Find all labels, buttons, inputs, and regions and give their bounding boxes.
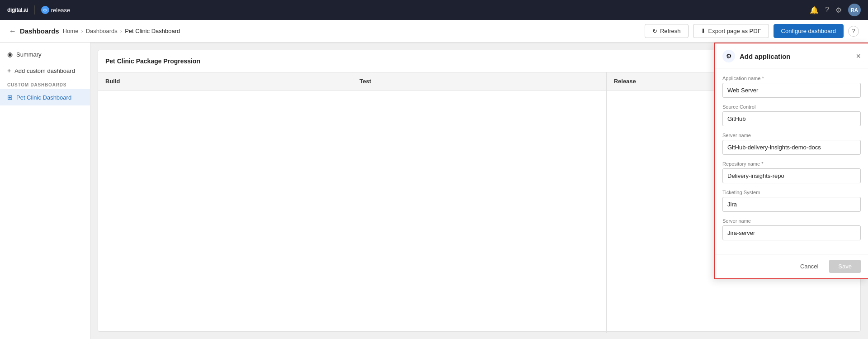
breadcrumb: Home › Dashboards › Pet Clinic Dashboard <box>63 28 180 34</box>
breadcrumb-current: Pet Clinic Dashboard <box>125 28 180 34</box>
form-group-server-name: Server name <box>722 133 861 155</box>
stage-build-header: Build <box>98 72 352 91</box>
repo-name-label: Repository name * <box>722 161 861 167</box>
configure-dashboard-button[interactable]: Configure dashboard <box>774 24 844 38</box>
pet-clinic-label: Pet Clinic Dashboard <box>16 94 71 101</box>
add-application-panel: ⚙ Add application × Application name * S… <box>714 43 868 279</box>
settings-icon[interactable]: ⚙ <box>835 6 842 14</box>
source-control-label: Source Control <box>722 104 861 110</box>
breadcrumb-dashboards[interactable]: Dashboards <box>86 28 118 34</box>
topbar: digital.ai ⚙ release 🔔 ? ⚙ RA <box>0 0 868 20</box>
release-text: release <box>51 7 71 14</box>
dai-logo: digital.ai <box>7 7 28 13</box>
add-dashboard-label: Add custom dashboard <box>14 67 75 74</box>
configure-label: Configure dashboard <box>781 28 836 34</box>
stage-build: Build <box>98 72 352 333</box>
add-app-title-row: ⚙ Add application <box>722 50 791 62</box>
refresh-button[interactable]: ↻ Refresh <box>645 24 689 38</box>
breadcrumb-home[interactable]: Home <box>63 28 79 34</box>
panel-title: Pet Clinic Package Progression <box>105 57 200 65</box>
stage-test: Test <box>352 72 606 333</box>
jira-server-label: Server name <box>722 218 861 224</box>
main-layout: ◉ Summary + Add custom dashboard CUSTOM … <box>0 43 868 339</box>
subheader-left: ← Dashboards Home › Dashboards › Pet Cli… <box>9 27 180 35</box>
release-brand: ⚙ release <box>41 6 71 14</box>
add-app-header: ⚙ Add application × <box>715 43 868 68</box>
ticketing-input[interactable] <box>722 197 861 212</box>
page-title: Dashboards <box>20 27 59 35</box>
summary-icon: ◉ <box>7 51 13 58</box>
form-group-repo-name: Repository name * <box>722 161 861 183</box>
export-icon: ⬇ <box>701 28 706 34</box>
add-app-title: Add application <box>740 53 791 60</box>
app-name-label: Application name * <box>722 76 861 81</box>
cancel-button[interactable]: Cancel <box>794 260 825 273</box>
brand-divider <box>34 5 35 14</box>
repo-name-input[interactable] <box>722 168 861 183</box>
breadcrumb-sep2: › <box>120 28 122 34</box>
save-button[interactable]: Save <box>829 260 861 273</box>
stage-test-header: Test <box>352 72 606 91</box>
summary-label: Summary <box>16 51 42 58</box>
add-app-body: Application name * Source Control Server… <box>715 68 868 254</box>
server-name-label: Server name <box>722 133 861 138</box>
release-icon: ⚙ <box>41 6 49 14</box>
sidebar-item-summary[interactable]: ◉ Summary <box>0 46 90 62</box>
page-help-button[interactable]: ? <box>848 26 859 37</box>
subheader-right: ↻ Refresh ⬇ Export page as PDF Configure… <box>645 24 859 38</box>
source-control-input[interactable] <box>722 111 861 126</box>
sidebar-item-add-dashboard[interactable]: + Add custom dashboard <box>0 62 90 79</box>
dashboard-icon: ⊞ <box>7 94 13 101</box>
ticketing-label: Ticketing System <box>722 190 861 195</box>
breadcrumb-sep1: › <box>81 28 83 34</box>
refresh-label: Refresh <box>660 28 681 34</box>
add-app-footer: Cancel Save <box>715 254 868 278</box>
brand: digital.ai ⚙ release <box>7 5 70 14</box>
add-app-panel-icon: ⚙ <box>722 50 735 62</box>
export-pdf-button[interactable]: ⬇ Export page as PDF <box>693 24 769 38</box>
form-group-source-control: Source Control <box>722 104 861 126</box>
sidebar-item-pet-clinic[interactable]: ⊞ Pet Clinic Dashboard <box>0 89 90 105</box>
subheader: ← Dashboards Home › Dashboards › Pet Cli… <box>0 20 868 43</box>
custom-dashboards-section: CUSTOM DASHBOARDS <box>0 79 90 89</box>
app-name-input[interactable] <box>722 83 861 98</box>
form-group-app-name: Application name * <box>722 76 861 98</box>
server-name-input[interactable] <box>722 140 861 155</box>
form-group-ticketing: Ticketing System <box>722 190 861 212</box>
help-icon[interactable]: ? <box>825 6 829 14</box>
topbar-left: digital.ai ⚙ release <box>7 5 70 14</box>
add-icon: + <box>7 67 11 74</box>
notifications-icon[interactable]: 🔔 <box>810 6 819 14</box>
user-avatar[interactable]: RA <box>848 4 861 16</box>
form-group-jira-server: Server name <box>722 218 861 240</box>
export-label: Export page as PDF <box>708 28 761 34</box>
refresh-icon: ↻ <box>652 28 657 34</box>
sidebar: ◉ Summary + Add custom dashboard CUSTOM … <box>0 43 90 339</box>
jira-server-input[interactable] <box>722 225 861 240</box>
back-button[interactable]: ← <box>9 27 16 35</box>
topbar-right: 🔔 ? ⚙ RA <box>810 4 861 16</box>
close-button[interactable]: × <box>856 52 861 60</box>
